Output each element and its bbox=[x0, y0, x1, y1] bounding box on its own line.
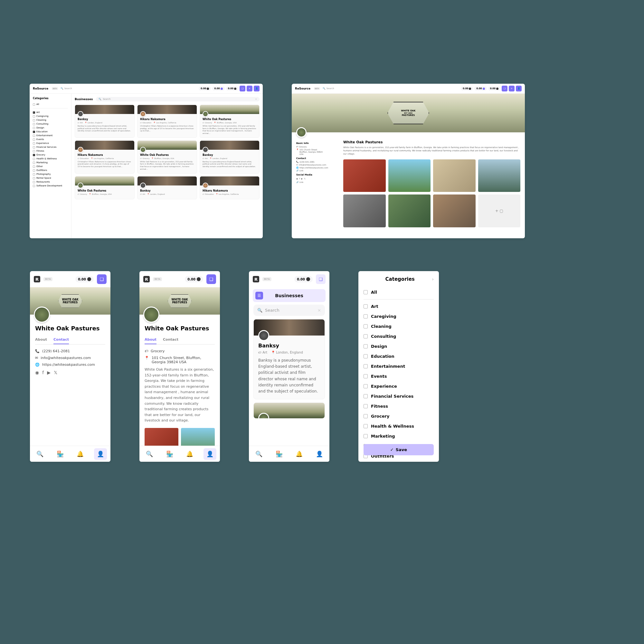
category-item[interactable]: Photography bbox=[33, 172, 68, 176]
facebook-icon[interactable]: f bbox=[299, 177, 300, 180]
wallet-button[interactable]: ❏ bbox=[502, 86, 507, 91]
instagram-icon[interactable]: ◉ bbox=[35, 370, 39, 375]
category-item[interactable]: Fitness bbox=[364, 401, 434, 411]
category-item[interactable]: Financial Services bbox=[364, 391, 434, 401]
category-item[interactable]: Health & Wellness bbox=[364, 421, 434, 431]
wallet-button[interactable]: ❏ bbox=[97, 274, 107, 284]
category-item[interactable]: Grocery bbox=[33, 153, 68, 157]
checkbox[interactable] bbox=[364, 374, 368, 378]
twitter-icon[interactable]: 𝕏 bbox=[304, 177, 306, 180]
category-item[interactable]: Marketing bbox=[364, 431, 434, 441]
checkbox[interactable] bbox=[364, 414, 368, 418]
gallery-image[interactable] bbox=[388, 159, 431, 192]
balance-2[interactable]: 0.00 bbox=[474, 87, 487, 90]
category-item[interactable]: Marketing bbox=[33, 161, 68, 165]
nav-marketplace[interactable]: 🏪 bbox=[273, 448, 286, 460]
category-item[interactable]: Cleaning bbox=[33, 118, 68, 122]
checkbox[interactable] bbox=[364, 424, 368, 428]
twitter-icon[interactable]: 𝕏 bbox=[54, 370, 57, 375]
tab-about[interactable]: About bbox=[35, 336, 47, 344]
category-item[interactable]: Art bbox=[364, 301, 434, 311]
nav-search[interactable]: 🔍 bbox=[252, 448, 265, 460]
business-card[interactable]: Banksy🏷 Art📍 London, England bbox=[137, 176, 197, 199]
clear-icon[interactable]: × bbox=[255, 98, 257, 100]
add-image-button[interactable]: + ▢ bbox=[478, 194, 521, 227]
brand-logo[interactable]: ReSource bbox=[33, 87, 48, 90]
nav-search[interactable]: 🔍 bbox=[33, 448, 46, 460]
wallet-button[interactable]: ❏ bbox=[206, 274, 216, 284]
link-2[interactable]: 🔗 Link bbox=[296, 181, 338, 183]
youtube-icon[interactable]: ▶ bbox=[301, 177, 303, 180]
category-item[interactable]: Experience bbox=[364, 381, 434, 391]
balance[interactable]: 0.00 bbox=[75, 276, 94, 282]
business-card[interactable]: Banksy🏷 Art📍 London, EnglandBanksy is a … bbox=[200, 140, 260, 174]
nav-profile[interactable]: 👤 bbox=[313, 448, 326, 460]
category-item[interactable]: Education bbox=[33, 130, 68, 134]
listing-search[interactable]: 🔍 Search× bbox=[96, 97, 260, 101]
category-item[interactable]: Art bbox=[33, 110, 68, 114]
checkbox[interactable] bbox=[364, 324, 368, 328]
email-row[interactable]: ✉info@whiteoakpastures.com bbox=[35, 356, 105, 360]
business-card[interactable]: Hikaru Nakamura🏷 Education📍 Los Angeles,… bbox=[137, 105, 197, 138]
category-item[interactable]: Consulting bbox=[33, 122, 68, 126]
business-card[interactable]: Hikaru Nakamura🏷 Education📍 Los Angeles,… bbox=[200, 176, 260, 199]
category-all[interactable]: All bbox=[364, 287, 434, 297]
tab-contact[interactable]: Contact bbox=[53, 336, 69, 344]
brand-logo[interactable]: R bbox=[34, 276, 40, 282]
balance-1[interactable]: 0.00 bbox=[199, 87, 211, 90]
balance-3[interactable]: 0.00 bbox=[226, 87, 238, 90]
gallery-image[interactable] bbox=[388, 194, 431, 227]
checkbox[interactable] bbox=[364, 304, 368, 308]
category-item[interactable]: Grocery bbox=[364, 411, 434, 421]
balance[interactable]: 0.00 bbox=[185, 276, 203, 282]
website-row[interactable]: 🌐https://whiteoakpastures.com bbox=[35, 363, 105, 367]
brand-logo[interactable]: ReSource bbox=[295, 87, 310, 90]
add-button[interactable]: + bbox=[509, 86, 515, 91]
header-search[interactable]: 🔍 Search bbox=[61, 87, 72, 90]
category-item[interactable]: Photography bbox=[364, 461, 434, 462]
filter-button[interactable]: ☰ bbox=[255, 292, 263, 299]
clear-icon[interactable]: × bbox=[317, 308, 321, 313]
category-item[interactable]: Design bbox=[33, 126, 68, 130]
nav-profile[interactable]: 👤 bbox=[94, 448, 107, 460]
facebook-icon[interactable]: f bbox=[42, 370, 44, 375]
category-item[interactable]: Entertainment bbox=[33, 134, 68, 137]
business-card[interactable]: White Oak Pastures🏷 Grocery📍 Bluffton, G… bbox=[75, 176, 135, 199]
phone[interactable]: 📞 (229) 641-2081 bbox=[296, 161, 338, 163]
business-card[interactable]: Banksy 🏷 Art 📍 London, England Banksy is… bbox=[253, 319, 325, 399]
category-item[interactable]: Entertainment bbox=[364, 361, 434, 371]
category-item[interactable]: Consulting bbox=[364, 331, 434, 341]
category-item[interactable]: Education bbox=[364, 351, 434, 361]
gallery-image[interactable] bbox=[433, 194, 476, 227]
category-item[interactable]: Experience bbox=[33, 141, 68, 145]
chevron-right-icon[interactable]: › bbox=[432, 277, 434, 282]
category-item[interactable]: Outfitters bbox=[33, 168, 68, 172]
business-card[interactable]: White Oak Pastures🏷 Grocery📍 Bluffton, G… bbox=[137, 140, 197, 174]
nav-profile[interactable]: 👤 bbox=[204, 448, 216, 460]
category-item[interactable]: Software Development bbox=[33, 184, 68, 188]
add-button[interactable]: + bbox=[247, 86, 252, 91]
instagram-icon[interactable]: ◉ bbox=[296, 177, 298, 180]
checkbox[interactable] bbox=[364, 384, 368, 388]
youtube-icon[interactable]: ▶ bbox=[47, 370, 51, 375]
profile-button[interactable]: 👤 bbox=[516, 86, 522, 91]
category-item[interactable]: Caregiving bbox=[364, 311, 434, 321]
checkbox[interactable] bbox=[364, 394, 368, 398]
category-item[interactable]: Events bbox=[33, 137, 68, 141]
checkbox[interactable] bbox=[364, 344, 368, 348]
website[interactable]: 🌐 https://whiteoakpastures.com bbox=[296, 166, 338, 169]
business-card[interactable]: White Oak Pastures🏷 Grocery📍 Bluffton, G… bbox=[200, 105, 260, 138]
category-item[interactable]: Caregiving bbox=[33, 114, 68, 118]
balance-1[interactable]: 0.00 bbox=[461, 87, 473, 90]
balance[interactable]: 0.00 bbox=[294, 276, 313, 282]
checkbox[interactable] bbox=[364, 314, 368, 318]
category-item[interactable]: Financial Services bbox=[33, 145, 68, 149]
category-item[interactable]: Health & Wellness bbox=[33, 157, 68, 161]
category-item[interactable]: Fitness bbox=[33, 149, 68, 153]
gallery-image[interactable] bbox=[478, 159, 521, 192]
nav-search[interactable]: 🔍 bbox=[143, 448, 156, 460]
category-item[interactable]: Other bbox=[33, 165, 68, 168]
wallet-button[interactable]: ❏ bbox=[316, 274, 326, 284]
checkbox[interactable] bbox=[364, 434, 368, 438]
category-item[interactable]: Restaurants bbox=[33, 180, 68, 184]
